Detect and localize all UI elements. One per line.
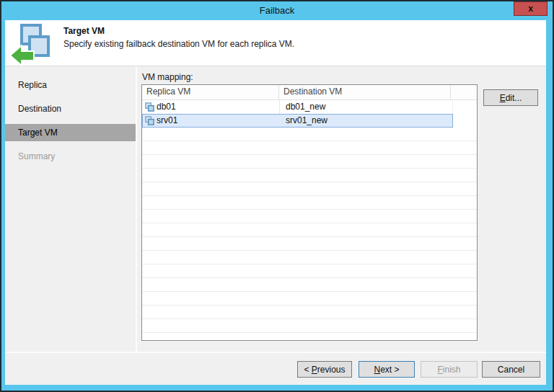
destination-vm-name: db01_new [286, 101, 325, 113]
failback-wizard-window: Failback x Target VM Specify existing fa… [0, 0, 554, 392]
vm-icon [145, 116, 154, 125]
vm-icon [145, 102, 154, 112]
edit-button[interactable]: Edit... [483, 89, 538, 106]
sidebar-item-summary: Summary [5, 148, 136, 165]
cell-destination-vm[interactable]: srv01_new [280, 115, 452, 127]
table-empty-rows [142, 128, 477, 340]
destination-vm-name: srv01_new [286, 115, 327, 127]
wizard-header: Target VM Specify existing failback dest… [5, 20, 546, 66]
column-header-spacer [451, 85, 477, 99]
finish-button: Finish [421, 361, 478, 378]
next-button[interactable]: Next > [359, 361, 415, 378]
titlebar[interactable]: Failback [0, 1, 554, 20]
step-title: Target VM [63, 26, 105, 36]
failback-step-icon [9, 23, 50, 68]
replica-vm-name: db01 [157, 101, 176, 113]
table-row-db01[interactable]: db01 db01_new [142, 100, 477, 114]
cancel-button[interactable]: Cancel [482, 361, 540, 378]
step-description: Specify existing failback destination VM… [63, 39, 294, 49]
previous-button[interactable]: < Previous [297, 361, 352, 378]
cell-destination-vm[interactable]: db01_new [280, 101, 452, 113]
vm-mapping-label: VM mapping: [142, 72, 193, 82]
vm-mapping-table[interactable]: Replica VM Destination VM db01 [141, 84, 478, 341]
table-row-srv01-selected[interactable]: srv01 srv01_new [142, 114, 477, 128]
sidebar-item-destination[interactable]: Destination [5, 100, 136, 117]
dialog-body: Target VM Specify existing failback dest… [5, 20, 546, 385]
replica-vm-name: srv01 [157, 115, 177, 127]
table-body: db01 db01_new s [142, 100, 477, 340]
table-header-row: Replica VM Destination VM [142, 85, 477, 100]
sidebar-item-target-vm[interactable]: Target VM [5, 124, 136, 141]
sidebar-divider [136, 66, 137, 352]
cell-replica-vm[interactable]: srv01 [143, 115, 280, 127]
column-header-replica-vm[interactable]: Replica VM [142, 85, 279, 99]
close-button[interactable]: x [514, 1, 548, 16]
wizard-steps-sidebar: Replica Destination Target VM Summary [5, 66, 136, 352]
column-header-destination-vm[interactable]: Destination VM [279, 85, 451, 99]
cell-replica-vm[interactable]: db01 [143, 101, 280, 113]
footer-divider [5, 352, 546, 353]
close-icon: x [528, 4, 533, 14]
sidebar-item-replica[interactable]: Replica [5, 76, 136, 94]
window-title: Failback [260, 5, 294, 16]
